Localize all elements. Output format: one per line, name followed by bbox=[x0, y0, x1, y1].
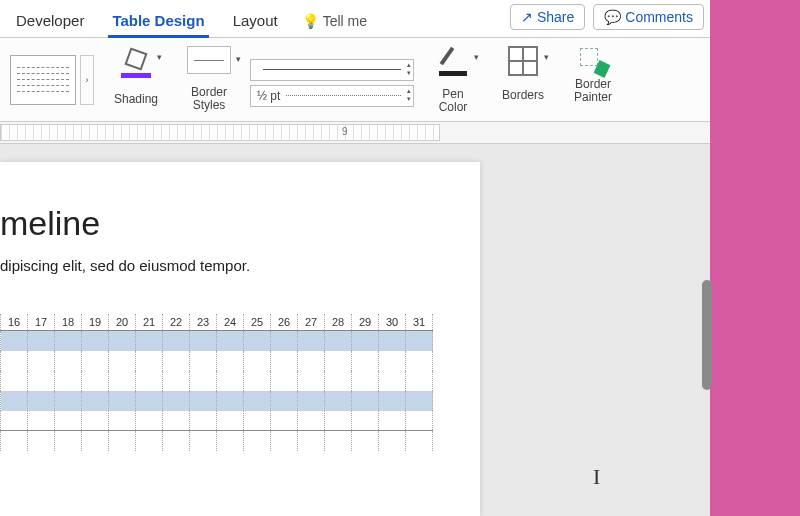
timeline-cell[interactable] bbox=[379, 351, 406, 371]
timeline-cell[interactable] bbox=[1, 371, 28, 391]
timeline-cell[interactable] bbox=[190, 351, 217, 371]
timeline-cell[interactable] bbox=[352, 411, 379, 431]
timeline-cell[interactable] bbox=[55, 391, 82, 411]
timeline-cell[interactable] bbox=[244, 331, 271, 351]
timeline-cell[interactable] bbox=[163, 331, 190, 351]
timeline-cell[interactable] bbox=[163, 371, 190, 391]
timeline-cell[interactable] bbox=[298, 431, 325, 451]
timeline-cell[interactable] bbox=[55, 431, 82, 451]
timeline-cell[interactable] bbox=[109, 411, 136, 431]
timeline-cell[interactable] bbox=[217, 351, 244, 371]
timeline-cell[interactable] bbox=[55, 371, 82, 391]
timeline-cell[interactable] bbox=[190, 411, 217, 431]
timeline-cell[interactable] bbox=[163, 391, 190, 411]
timeline-cell[interactable] bbox=[406, 411, 433, 431]
timeline-cell[interactable] bbox=[82, 391, 109, 411]
timeline-cell[interactable] bbox=[55, 411, 82, 431]
timeline-cell[interactable] bbox=[298, 331, 325, 351]
timeline-cell[interactable] bbox=[217, 371, 244, 391]
timeline-cell[interactable] bbox=[163, 431, 190, 451]
timeline-cell[interactable] bbox=[406, 331, 433, 351]
tab-developer[interactable]: Developer bbox=[2, 4, 98, 37]
timeline-cell[interactable] bbox=[352, 331, 379, 351]
timeline-cell[interactable] bbox=[217, 331, 244, 351]
vertical-scrollbar[interactable] bbox=[702, 280, 712, 390]
timeline-cell[interactable] bbox=[271, 351, 298, 371]
timeline-cell[interactable] bbox=[217, 431, 244, 451]
timeline-cell[interactable] bbox=[298, 391, 325, 411]
timeline-cell[interactable] bbox=[325, 331, 352, 351]
timeline-cell[interactable] bbox=[163, 411, 190, 431]
comments-button[interactable]: 💬 Comments bbox=[593, 4, 704, 30]
timeline-cell[interactable] bbox=[28, 431, 55, 451]
timeline-cell[interactable] bbox=[406, 431, 433, 451]
timeline-cell[interactable] bbox=[298, 411, 325, 431]
table-row[interactable] bbox=[1, 411, 433, 431]
document-page[interactable]: meline dipiscing elit, sed do eiusmod te… bbox=[0, 162, 480, 516]
timeline-cell[interactable] bbox=[271, 431, 298, 451]
timeline-cell[interactable] bbox=[352, 371, 379, 391]
timeline-cell[interactable] bbox=[28, 351, 55, 371]
borders-button[interactable]: ▾ bbox=[494, 42, 552, 86]
timeline-cell[interactable] bbox=[298, 371, 325, 391]
timeline-cell[interactable] bbox=[28, 391, 55, 411]
document-body-text[interactable]: dipiscing elit, sed do eiusmod tempor. bbox=[0, 257, 470, 274]
tab-layout[interactable]: Layout bbox=[219, 4, 292, 37]
timeline-cell[interactable] bbox=[136, 431, 163, 451]
timeline-cell[interactable] bbox=[217, 391, 244, 411]
timeline-cell[interactable] bbox=[244, 371, 271, 391]
timeline-cell[interactable] bbox=[379, 391, 406, 411]
timeline-cell[interactable] bbox=[406, 391, 433, 411]
table-row[interactable] bbox=[1, 351, 433, 371]
timeline-cell[interactable] bbox=[271, 411, 298, 431]
timeline-cell[interactable] bbox=[298, 351, 325, 371]
timeline-cell[interactable] bbox=[244, 351, 271, 371]
timeline-cell[interactable] bbox=[379, 371, 406, 391]
timeline-cell[interactable] bbox=[217, 411, 244, 431]
table-style-gallery[interactable]: › bbox=[4, 38, 100, 121]
timeline-cell[interactable] bbox=[136, 331, 163, 351]
timeline-cell[interactable] bbox=[109, 351, 136, 371]
timeline-cell[interactable] bbox=[82, 371, 109, 391]
timeline-cell[interactable] bbox=[325, 411, 352, 431]
shading-button[interactable]: ▾ bbox=[106, 42, 166, 90]
timeline-cell[interactable] bbox=[1, 411, 28, 431]
timeline-cell[interactable] bbox=[82, 431, 109, 451]
timeline-cell[interactable] bbox=[190, 371, 217, 391]
timeline-cell[interactable] bbox=[28, 411, 55, 431]
timeline-cell[interactable] bbox=[325, 391, 352, 411]
timeline-cell[interactable] bbox=[82, 411, 109, 431]
table-row[interactable] bbox=[1, 371, 433, 391]
timeline-cell[interactable] bbox=[325, 431, 352, 451]
timeline-cell[interactable] bbox=[109, 431, 136, 451]
table-row[interactable] bbox=[1, 391, 433, 411]
pen-color-button[interactable]: ▾ bbox=[424, 42, 482, 86]
timeline-cell[interactable] bbox=[109, 391, 136, 411]
timeline-cell[interactable] bbox=[109, 371, 136, 391]
timeline-cell[interactable] bbox=[190, 431, 217, 451]
timeline-cell[interactable] bbox=[406, 351, 433, 371]
timeline-cell[interactable] bbox=[136, 351, 163, 371]
timeline-cell[interactable] bbox=[352, 351, 379, 371]
timeline-cell[interactable] bbox=[82, 351, 109, 371]
timeline-cell[interactable] bbox=[271, 371, 298, 391]
timeline-cell[interactable] bbox=[28, 371, 55, 391]
timeline-cell[interactable] bbox=[55, 331, 82, 351]
timeline-cell[interactable] bbox=[1, 331, 28, 351]
timeline-cell[interactable] bbox=[136, 371, 163, 391]
table-row[interactable] bbox=[1, 431, 433, 451]
horizontal-ruler[interactable]: 9 bbox=[0, 122, 710, 144]
timeline-cell[interactable] bbox=[325, 371, 352, 391]
timeline-cell[interactable] bbox=[28, 331, 55, 351]
timeline-cell[interactable] bbox=[82, 331, 109, 351]
line-weight-picker[interactable]: ½ pt ▴▾ bbox=[250, 85, 414, 107]
table-row[interactable] bbox=[1, 331, 433, 351]
timeline-cell[interactable] bbox=[109, 331, 136, 351]
tab-table-design[interactable]: Table Design bbox=[98, 4, 218, 37]
timeline-cell[interactable] bbox=[379, 411, 406, 431]
timeline-cell[interactable] bbox=[406, 371, 433, 391]
timeline-cell[interactable] bbox=[352, 431, 379, 451]
tell-me-search[interactable]: 💡 Tell me bbox=[292, 5, 377, 37]
border-styles-button[interactable]: ▾ bbox=[178, 42, 240, 84]
timeline-cell[interactable] bbox=[244, 391, 271, 411]
